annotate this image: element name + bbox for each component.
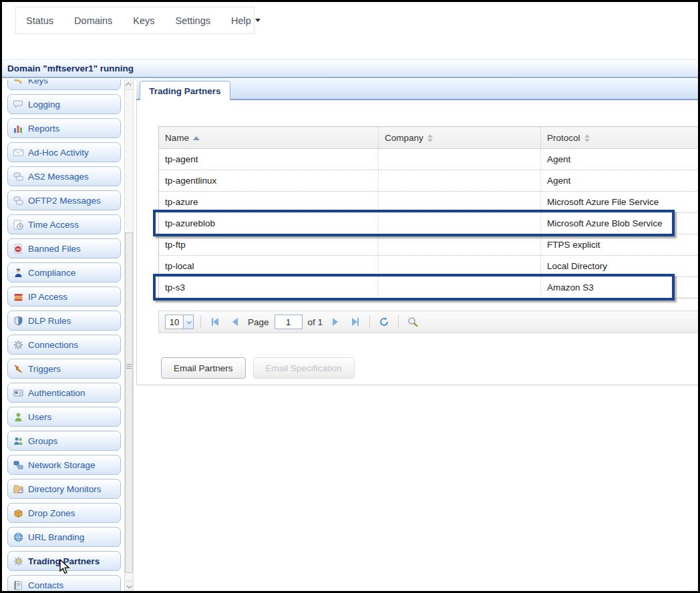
sidebar-item-compliance[interactable]: Compliance [7, 262, 121, 282]
sidebar-nav: KeysLoggingReportsAd-Hoc ActivityAS2 Mes… [5, 79, 124, 591]
scrollbar-thumb[interactable] [125, 232, 133, 573]
table-header-row: NameCompanyProtocol [159, 127, 699, 149]
column-label: Company [385, 133, 423, 143]
menu-item-settings[interactable]: Settings [176, 15, 210, 26]
name-cell: tp-azure [159, 192, 379, 213]
sidebar-item-network-storage[interactable]: Network Storage [7, 455, 121, 475]
menu-item-keys[interactable]: Keys [133, 15, 154, 26]
name-cell: tp-azureblob [159, 213, 379, 234]
sidebar-item-contacts[interactable]: Contacts [7, 575, 121, 591]
sidebar-item-label: Trading Partners [28, 556, 100, 566]
page-size-select[interactable]: 10 [165, 315, 194, 329]
page-size-value: 10 [166, 315, 183, 329]
sidebar-item-label: Triggers [28, 364, 61, 374]
sidebar-item-users[interactable]: Users [7, 407, 121, 427]
sidebar-item-connections[interactable]: Connections [7, 335, 121, 355]
company-cell [379, 192, 541, 213]
refresh-button[interactable] [377, 315, 391, 329]
last-page-button[interactable] [348, 315, 363, 329]
column-header-company[interactable]: Company [379, 127, 541, 149]
search-button[interactable] [405, 315, 420, 329]
sidebar-item-label: Ad-Hoc Activity [28, 148, 89, 158]
toolbar-separator [200, 315, 201, 329]
next-page-icon [333, 318, 338, 326]
company-cell [379, 256, 541, 277]
bar-chart-icon [13, 124, 23, 134]
table-row-tp-ftp[interactable]: tp-ftpFTPS explicit [159, 234, 699, 256]
sidebar-item-as2-messages[interactable]: AS2 Messages [7, 166, 121, 186]
sidebar-list: KeysLoggingReportsAd-Hoc ActivityAS2 Mes… [5, 79, 124, 591]
speech-bubble-icon [13, 100, 23, 110]
next-page-button[interactable] [328, 315, 343, 329]
sidebar-item-oftp2-messages[interactable]: OFTP2 Messages [7, 190, 121, 210]
prev-page-button[interactable] [228, 315, 242, 329]
sidebar-item-authentication[interactable]: Authentication [7, 383, 121, 403]
sidebar-item-label: Network Storage [28, 460, 96, 470]
scroll-down-button[interactable] [125, 580, 133, 591]
first-page-icon [213, 318, 218, 326]
sidebar-item-reports[interactable]: Reports [7, 118, 121, 138]
folder-clock-icon [13, 484, 23, 494]
table-row-tp-azureblob[interactable]: tp-azureblobMicrosoft Azure Blob Service [159, 213, 699, 234]
first-page-button[interactable] [208, 315, 222, 329]
id-card-icon [13, 388, 23, 398]
name-cell: tp-agent [159, 149, 379, 170]
sidebar-item-trading-partners[interactable]: Trading Partners [7, 551, 121, 571]
sidebar-scrollbar[interactable] [124, 79, 134, 591]
name-cell: tp-local [159, 256, 379, 277]
page-label: Page [248, 317, 269, 327]
sidebar-item-banned-files[interactable]: Banned Files [7, 238, 121, 258]
sidebar-item-url-branding[interactable]: URL Branding [7, 527, 121, 547]
scrollbar-grip-icon [126, 364, 132, 369]
sidebar-item-label: Compliance [28, 268, 75, 278]
prev-page-icon [232, 318, 238, 326]
protocol-cell: Amazon S3 [541, 277, 699, 299]
sidebar-item-dlp-rules[interactable]: DLP Rules [7, 311, 121, 331]
menu-item-help[interactable]: Help [231, 15, 260, 26]
page-of-label: of 1 [308, 317, 323, 327]
gear-icon [13, 340, 23, 350]
tab-trading-partners[interactable]: Trading Partners [140, 81, 230, 100]
banned-file-icon [13, 244, 23, 254]
table-row-tp-agent[interactable]: tp-agentAgent [159, 149, 699, 170]
scroll-up-button[interactable] [125, 79, 133, 90]
globe-icon [13, 532, 23, 542]
search-icon [407, 317, 418, 327]
key-icon [13, 79, 23, 85]
trigger-claw-icon [13, 364, 23, 374]
sidebar-item-drop-zones[interactable]: Drop Zones [7, 503, 121, 523]
sidebar-item-label: Drop Zones [28, 508, 75, 518]
sidebar-item-label: Contacts [28, 580, 63, 590]
protocol-cell: FTPS explicit [541, 234, 699, 256]
table-row-tp-local[interactable]: tp-localLocal Directory [159, 256, 699, 277]
table-row-tp-s3[interactable]: tp-s3Amazon S3 [159, 277, 699, 299]
column-label: Name [165, 133, 189, 143]
page-number-input[interactable] [275, 315, 303, 329]
refresh-icon [379, 317, 389, 327]
box-icon [13, 508, 23, 518]
table-row-tp-azure[interactable]: tp-azureMicrosoft Azure File Service [159, 192, 699, 213]
sidebar-item-triggers[interactable]: Triggers [7, 359, 121, 379]
email-partners-button[interactable]: Email Partners [161, 357, 246, 379]
sidebar-item-groups[interactable]: Groups [7, 431, 121, 451]
sidebar-item-ad-hoc-activity[interactable]: Ad-Hoc Activity [7, 142, 121, 162]
sidebar-item-logging[interactable]: Logging [7, 94, 121, 114]
company-cell [379, 277, 541, 299]
table-row-tp-agentlinux[interactable]: tp-agentlinuxAgent [159, 170, 699, 192]
menu-item-status[interactable]: Status [26, 15, 53, 26]
sidebar-item-label: DLP Rules [28, 316, 71, 326]
protocol-cell: Local Directory [541, 256, 699, 277]
caret-down-icon [255, 19, 260, 22]
column-header-name[interactable]: Name [159, 127, 379, 149]
sidebar-item-time-access[interactable]: Time Access [7, 214, 121, 234]
sidebar-item-label: Groups [28, 436, 57, 446]
sidebar-item-keys[interactable]: Keys [7, 79, 121, 90]
clock-page-icon [13, 220, 23, 230]
sidebar-item-label: Reports [28, 124, 59, 134]
top-menu-bar: StatusDomainsKeysSettingsHelp [15, 7, 254, 34]
menu-item-domains[interactable]: Domains [74, 15, 112, 26]
messages-icon [13, 196, 23, 206]
column-header-protocol[interactable]: Protocol [541, 127, 699, 149]
sidebar-item-ip-access[interactable]: IP Access [7, 286, 121, 307]
sidebar-item-directory-monitors[interactable]: Directory Monitors [7, 479, 121, 499]
